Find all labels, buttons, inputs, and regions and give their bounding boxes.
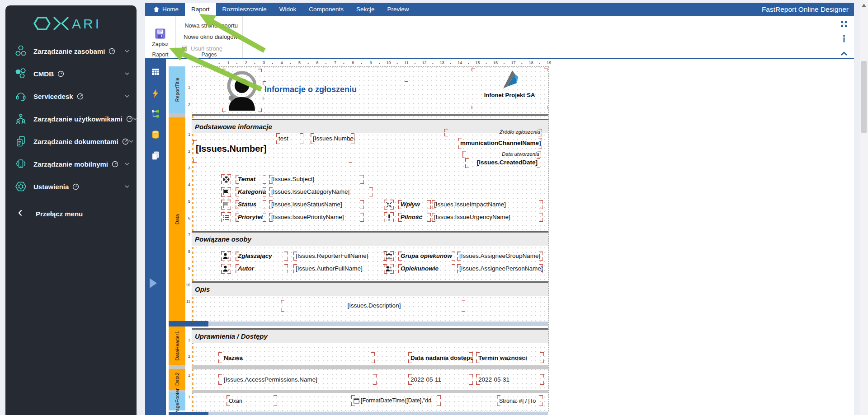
chevron-down-icon bbox=[129, 140, 133, 143]
band-dataheader1[interactable]: DataHeader1 bbox=[169, 326, 185, 365]
band-reporttitle[interactable]: ReportTitle bbox=[169, 66, 185, 113]
expand-icon[interactable] bbox=[840, 20, 848, 29]
band-splitter-dark[interactable] bbox=[169, 412, 208, 415]
sidebar-item-servicedesk[interactable]: Servicedesk bbox=[5, 85, 137, 107]
source-caption-object[interactable]: Źródło zgłoszenia bbox=[444, 129, 542, 136]
info-icon[interactable] bbox=[842, 35, 846, 44]
field-label-object[interactable]: Kategoria bbox=[236, 187, 266, 196]
sidebar-item-mobilne[interactable]: Zarządzanie mobilnymi bbox=[5, 153, 137, 175]
field-value-object[interactable]: [Issues.AssigneePersonName] bbox=[457, 264, 543, 273]
tab-home[interactable]: Home bbox=[147, 3, 185, 16]
documents-icon bbox=[14, 135, 27, 147]
footer-date-object[interactable]: [FormatDateTime([Date],"dd bbox=[351, 395, 441, 406]
ribbon-group-raport: Zapisz Raport bbox=[145, 16, 176, 58]
author-icon[interactable] bbox=[221, 264, 231, 274]
band-splitter-dark[interactable] bbox=[169, 321, 208, 326]
band-data2[interactable]: Data2 bbox=[169, 369, 185, 390]
report-page[interactable]: Informacje o zgłoszeniu Infonet Projekt … bbox=[192, 66, 549, 411]
description-object[interactable]: [Issues.Description] bbox=[281, 300, 465, 312]
report-tree-icon[interactable] bbox=[151, 67, 160, 78]
band-pagefooter[interactable]: PageFooter bbox=[169, 392, 185, 410]
field-label-object[interactable]: Temat bbox=[236, 175, 266, 184]
access-header-cell[interactable]: Nazwa bbox=[218, 352, 375, 363]
access-header-cell[interactable]: Data nadania dostępu bbox=[408, 352, 473, 363]
access-row-cell[interactable]: [Issues.AccessPermissions.Name] bbox=[218, 374, 377, 385]
tab-sekcje[interactable]: Sekcje bbox=[350, 3, 381, 16]
sidebar-item-uzytkownicy[interactable]: Zarządzanie użytkownikami bbox=[5, 107, 137, 130]
access-row-cell[interactable]: 2022-05-31 bbox=[476, 374, 544, 385]
subject-icon[interactable] bbox=[221, 174, 231, 184]
report-avatar-object[interactable] bbox=[222, 69, 262, 112]
scrollbar-up-button[interactable] bbox=[862, 4, 866, 7]
sidebar-item-label: Zarządzanie dokumentami bbox=[33, 138, 118, 145]
footer-left-object[interactable]: Oxari bbox=[226, 395, 277, 406]
hierarchy-icon[interactable] bbox=[151, 109, 160, 120]
section-desc-header[interactable]: Opis bbox=[192, 281, 548, 296]
company-logo-caption: Infonet Projekt SA bbox=[472, 92, 547, 98]
created-value-object[interactable]: [Issues.CreatedDate] bbox=[465, 158, 540, 168]
new-dialog-button[interactable]: Nowe okno dialogowe bbox=[180, 32, 238, 42]
issue-number-big-object[interactable]: [Issues.Number] bbox=[193, 140, 352, 163]
field-label-object[interactable]: Opiekunowie bbox=[398, 264, 455, 273]
sidebar-toggle-label: Przełącz menu bbox=[36, 210, 83, 218]
source-value-object[interactable]: mmunicationChannelName] bbox=[458, 138, 542, 149]
tab-label: Rozmieszczenie bbox=[222, 6, 267, 13]
tab-preview[interactable]: Preview bbox=[381, 3, 415, 16]
tab-raport[interactable]: Raport bbox=[185, 3, 216, 16]
sidebar-item-ustawienia[interactable]: Ustawienia bbox=[5, 175, 137, 198]
sidebar-item-zasoby[interactable]: Zarządzanie zasobami bbox=[5, 40, 137, 62]
footer-page-object[interactable]: Strona: #] / [To bbox=[497, 395, 543, 406]
new-report-page-button[interactable]: Nowa strona raportu bbox=[180, 20, 238, 30]
field-label-object[interactable]: Pilność bbox=[398, 213, 431, 222]
events-lightning-icon[interactable] bbox=[151, 89, 160, 100]
sidebar-item-cmdb[interactable]: CMDB bbox=[5, 62, 137, 85]
field-label-object[interactable]: Zgłaszający bbox=[236, 252, 288, 261]
ribbon-tabbar: Home Raport Rozmieszczenie Widok Compone… bbox=[145, 3, 854, 16]
field-value-object[interactable]: [Issues.AssigneeGroupName] bbox=[457, 252, 543, 261]
category-icon[interactable] bbox=[221, 187, 231, 197]
field-value-object[interactable]: [Issues.IssueStatusName] bbox=[269, 200, 364, 209]
field-value-object[interactable]: [Issues.Subject] bbox=[269, 175, 364, 184]
access-row-cell[interactable]: 2022-05-11 bbox=[408, 374, 473, 385]
urgency-icon[interactable] bbox=[384, 212, 394, 222]
report-title-object[interactable]: Informacje o zgłoszeniu bbox=[263, 81, 408, 100]
reporter-icon[interactable] bbox=[221, 251, 231, 261]
field-value-object[interactable]: [Issues.IssueCategoryName] bbox=[269, 187, 373, 196]
field-value-object[interactable]: [Issues.AuthorFullName] bbox=[293, 264, 387, 273]
save-button[interactable]: Zapisz bbox=[145, 16, 175, 47]
section-people-header[interactable]: Powiązane osoby bbox=[192, 231, 548, 246]
chevron-down-icon bbox=[125, 95, 129, 98]
company-logo-object[interactable]: Infonet Projekt SA bbox=[472, 68, 547, 109]
field-value-object[interactable]: [Issues.ReporterFullName] bbox=[293, 252, 387, 261]
section-access-header[interactable]: Uprawnienia / Dostępy bbox=[192, 328, 548, 343]
field-label-object[interactable]: Wpływ bbox=[398, 200, 431, 209]
toolbar-expand-arrow[interactable] bbox=[150, 278, 157, 288]
created-caption-object[interactable]: Data utworzenia bbox=[462, 151, 541, 158]
priority-icon[interactable] bbox=[221, 212, 231, 222]
impact-icon[interactable] bbox=[384, 200, 394, 210]
field-value-object[interactable]: [Issues.IssueUrgencyName] bbox=[432, 213, 543, 222]
band-gap bbox=[192, 365, 548, 369]
assignee-group-icon[interactable] bbox=[384, 251, 394, 261]
status-icon[interactable] bbox=[221, 200, 231, 210]
field-label-object[interactable]: Status bbox=[236, 200, 266, 209]
collapse-ribbon-icon[interactable] bbox=[840, 50, 848, 58]
assignees-icon[interactable] bbox=[384, 264, 394, 274]
field-label-object[interactable]: Grupa opiekunów bbox=[398, 252, 455, 261]
copy-pages-icon[interactable] bbox=[151, 151, 160, 162]
sidebar-toggle[interactable]: Przełącz menu bbox=[5, 202, 137, 225]
data-source-icon[interactable] bbox=[151, 130, 160, 141]
field-label-object[interactable]: Priorytet bbox=[236, 213, 266, 222]
tab-rozmieszczenie[interactable]: Rozmieszczenie bbox=[216, 3, 273, 16]
field-label-object[interactable]: Autor bbox=[236, 264, 288, 273]
sidebar-item-dokumenty[interactable]: Zarządzanie dokumentami bbox=[5, 130, 137, 153]
band-data[interactable]: Data bbox=[169, 117, 185, 321]
scrollbar-thumb[interactable] bbox=[861, 61, 867, 133]
field-value-object[interactable]: [Issues.IssuePriorityName] bbox=[269, 213, 364, 222]
section-title: Opis bbox=[192, 283, 548, 293]
access-header-cell[interactable]: Termin ważności bbox=[476, 352, 544, 363]
page-scrollbar[interactable] bbox=[860, 0, 868, 415]
tab-widok[interactable]: Widok bbox=[273, 3, 303, 16]
field-value-object[interactable]: [Issues.IssueImpactName] bbox=[432, 200, 543, 209]
tab-components[interactable]: Components bbox=[302, 3, 350, 16]
